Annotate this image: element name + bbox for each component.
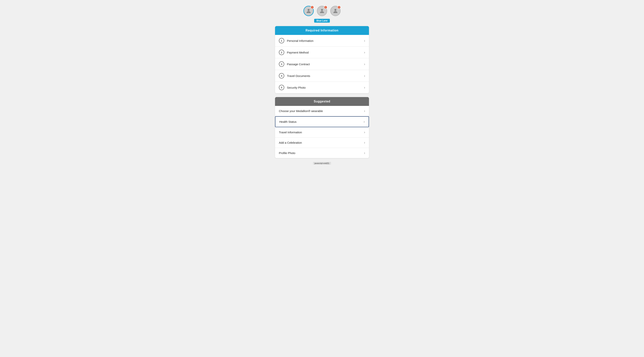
travel-information-item[interactable]: Travel Information › <box>275 127 369 138</box>
payment-method-item[interactable]: 2 Payment Method › <box>275 47 369 58</box>
suggested-header: Suggested <box>275 97 369 106</box>
chevron-right-icon-profile: › <box>364 151 365 155</box>
chevron-right-icon-medallion: › <box>364 109 365 113</box>
health-status-label: Health Status <box>279 120 364 123</box>
avatar-badge-3: ! <box>337 6 341 9</box>
item-number-2: 2 <box>279 50 284 55</box>
chevron-right-icon-health: › <box>364 120 365 124</box>
status-bar-text: javascript:void(0); <box>314 162 330 164</box>
chevron-right-icon-1: › <box>364 39 365 43</box>
medallion-wearable-item[interactable]: Choose your Medallion® wearable › <box>275 106 369 116</box>
chevron-right-icon-5: › <box>364 86 365 90</box>
travel-documents-label: Travel Documents <box>287 74 364 78</box>
avatars-row: ! ! ! <box>304 6 340 16</box>
avatar-2[interactable]: ! <box>317 6 327 16</box>
avatar-1[interactable]: ! <box>304 6 314 16</box>
chevron-right-icon-3: › <box>364 62 365 66</box>
item-number-5: 5 <box>279 85 284 90</box>
item-number-3: 3 <box>279 61 284 67</box>
add-celebration-label: Add a Celebration <box>279 141 364 144</box>
person-icon <box>306 8 312 14</box>
suggested-card: Suggested Choose your Medallion® wearabl… <box>275 97 369 158</box>
personal-information-label: Personal Information <box>287 39 364 42</box>
profile-photo-label: Profile Photo <box>279 151 364 155</box>
chevron-right-icon-travel: › <box>364 130 365 134</box>
item-number-1: 1 <box>279 38 284 43</box>
avatar-circle-inactive-2: ! <box>317 6 327 16</box>
svg-point-0 <box>308 9 310 11</box>
person-icon-2 <box>319 8 325 14</box>
blue-lane-badge: Blue Lane <box>314 19 330 23</box>
travel-information-label: Travel Information <box>279 131 364 134</box>
security-photo-label: Security Photo <box>287 86 364 89</box>
required-information-card: Required Information 1 Personal Informat… <box>275 26 369 93</box>
passage-contract-item[interactable]: 3 Passage Contract › <box>275 58 369 70</box>
item-number-4: 4 <box>279 73 284 79</box>
travel-documents-item[interactable]: 4 Travel Documents › <box>275 70 369 82</box>
person-icon-3 <box>332 8 338 14</box>
svg-point-2 <box>334 9 336 11</box>
personal-information-item[interactable]: 1 Personal Information › <box>275 35 369 47</box>
chevron-right-icon-2: › <box>364 51 365 55</box>
chevron-right-icon-4: › <box>364 74 365 78</box>
profile-photo-item[interactable]: Profile Photo › <box>275 148 369 158</box>
svg-point-1 <box>321 9 323 11</box>
avatar-badge-2: ! <box>324 6 327 9</box>
medallion-wearable-label: Choose your Medallion® wearable <box>279 109 364 113</box>
chevron-right-icon-celebration: › <box>364 141 365 145</box>
avatar-circle-inactive-3: ! <box>330 6 340 16</box>
status-bar: javascript:void(0); <box>313 162 331 165</box>
avatar-circle-active: ! <box>304 6 314 16</box>
required-information-header: Required Information <box>275 26 369 35</box>
avatar-3[interactable]: ! <box>330 6 340 16</box>
payment-method-label: Payment Method <box>287 51 364 54</box>
add-celebration-item[interactable]: Add a Celebration › <box>275 138 369 148</box>
security-photo-item[interactable]: 5 Security Photo › <box>275 82 369 93</box>
health-status-item[interactable]: Health Status › <box>275 116 369 127</box>
passage-contract-label: Passage Contract <box>287 63 364 66</box>
avatar-badge-1: ! <box>310 6 314 9</box>
